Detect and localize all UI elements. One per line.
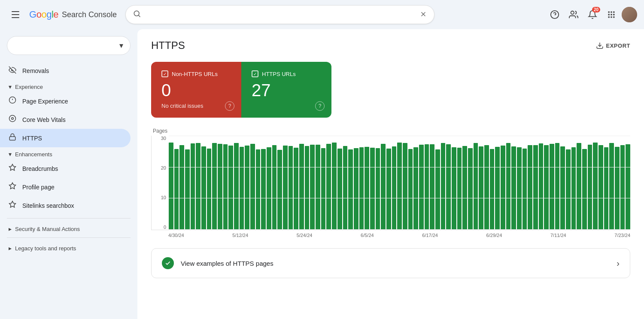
chevron-right-icon: › bbox=[617, 258, 620, 268]
x-label-2: 5/12/24 bbox=[232, 233, 248, 238]
chart-bar bbox=[321, 148, 326, 230]
chart-bar bbox=[272, 145, 277, 230]
chart-bar bbox=[408, 149, 413, 230]
svg-rect-22 bbox=[9, 137, 15, 140]
notifications-button[interactable]: 20 bbox=[584, 6, 601, 23]
chart-bar bbox=[185, 149, 190, 230]
chart-bar bbox=[495, 147, 500, 230]
chart-bar bbox=[392, 146, 397, 230]
chart-bar bbox=[386, 149, 391, 230]
section-label: Security & Manual Actions bbox=[15, 226, 80, 232]
non-https-label: ✓ Non-HTTPS URLs bbox=[161, 70, 231, 77]
section-header-experience[interactable]: ▾ Experience bbox=[0, 80, 137, 92]
chart-bar bbox=[179, 145, 184, 230]
chart-bar bbox=[441, 143, 446, 230]
chart-bar bbox=[343, 146, 348, 230]
non-https-info-icon[interactable]: ? bbox=[225, 101, 234, 111]
chart-bar bbox=[316, 145, 320, 230]
x-label-4: 6/5/24 bbox=[361, 233, 374, 238]
page-header: HTTPS EXPORT bbox=[151, 39, 630, 52]
sidebar-item-removals[interactable]: Removals bbox=[0, 62, 131, 80]
chart-bar bbox=[354, 148, 358, 230]
chart-bar bbox=[365, 147, 369, 230]
page-title: HTTPS bbox=[151, 39, 185, 52]
help-button[interactable] bbox=[546, 6, 563, 23]
user-avatar[interactable] bbox=[622, 7, 637, 22]
notification-badge: 20 bbox=[592, 7, 600, 12]
section-header-enhancements[interactable]: ▾ Enhancements bbox=[0, 147, 137, 159]
chart-bar bbox=[577, 143, 581, 230]
hamburger-icon bbox=[12, 11, 19, 18]
chart-bar bbox=[277, 150, 282, 230]
chart-bar bbox=[555, 143, 560, 230]
search-input[interactable] bbox=[146, 11, 415, 18]
chart-bar bbox=[403, 143, 407, 230]
export-button[interactable]: EXPORT bbox=[596, 42, 630, 49]
section-label: Experience bbox=[15, 84, 43, 90]
chart-bar bbox=[425, 144, 429, 230]
x-label-3: 5/24/24 bbox=[297, 233, 313, 238]
sidebar-item-label: Sitelinks searchbox bbox=[22, 202, 124, 209]
property-selector[interactable]: ▾ bbox=[7, 36, 131, 55]
sidebar-item-core-web-vitals[interactable]: Core Web Vitals bbox=[0, 110, 131, 129]
chart-x-axis: 4/30/24 5/12/24 5/24/24 6/5/24 6/17/24 6… bbox=[151, 233, 630, 238]
sidebar-item-sitelinks-searchbox[interactable]: Sitelinks searchbox bbox=[0, 196, 131, 215]
chart-y-tick-30: 30 bbox=[152, 136, 169, 141]
chart-bar bbox=[550, 144, 554, 230]
x-label-7: 7/11/24 bbox=[550, 233, 566, 238]
https-info-icon[interactable]: ? bbox=[315, 101, 325, 111]
sidebar-item-https[interactable]: HTTPS bbox=[0, 129, 131, 147]
svg-point-20 bbox=[9, 115, 16, 122]
view-examples-card[interactable]: View examples of HTTPS pages › bbox=[151, 248, 630, 278]
chart-bar bbox=[571, 147, 576, 230]
apps-button[interactable] bbox=[603, 6, 620, 23]
svg-rect-15 bbox=[613, 16, 614, 18]
search-icon bbox=[133, 9, 141, 20]
core-web-vitals-icon bbox=[9, 115, 16, 125]
section-header-security[interactable]: ▸ Security & Manual Actions bbox=[0, 222, 137, 234]
chart-bar bbox=[539, 143, 544, 230]
chart-bar bbox=[250, 144, 255, 230]
svg-rect-9 bbox=[613, 12, 614, 13]
chevron-down-icon: ▾ bbox=[119, 41, 123, 50]
svg-point-21 bbox=[12, 118, 14, 120]
sidebar-item-page-experience[interactable]: Page Experience bbox=[0, 92, 131, 110]
svg-line-1 bbox=[139, 15, 140, 17]
svg-marker-24 bbox=[9, 183, 16, 189]
chart-bar bbox=[446, 144, 451, 230]
search-clear-button[interactable] bbox=[419, 10, 427, 19]
chart-bar bbox=[588, 145, 592, 230]
svg-rect-7 bbox=[608, 12, 610, 13]
chart-bar bbox=[528, 145, 532, 230]
chart-bar bbox=[430, 144, 434, 230]
chart-y-axis: 30 20 10 0 bbox=[152, 136, 169, 230]
chart-bar bbox=[196, 143, 200, 230]
sidebar-item-breadcrumbs[interactable]: Breadcrumbs bbox=[0, 159, 131, 178]
https-value: 27 bbox=[252, 81, 321, 100]
sidebar-divider-2 bbox=[7, 237, 131, 238]
sidebar-item-label: Page Experience bbox=[22, 98, 124, 105]
https-icon bbox=[9, 133, 16, 143]
chart-bar bbox=[174, 149, 179, 230]
main-content: HTTPS EXPORT ✓ Non-HTTPS URLs 0 No criti… bbox=[137, 29, 644, 319]
search-bar bbox=[125, 5, 434, 24]
chevron-right-icon: ▸ bbox=[9, 245, 12, 252]
sidebar-item-profile-page[interactable]: Profile page bbox=[0, 178, 131, 196]
chart-bar bbox=[261, 149, 266, 230]
chart-bar bbox=[566, 149, 571, 230]
chart-y-tick-0: 0 bbox=[152, 225, 169, 230]
menu-button[interactable] bbox=[7, 6, 24, 23]
chart-bar bbox=[370, 148, 375, 230]
chart-bar bbox=[223, 144, 228, 230]
svg-rect-14 bbox=[611, 16, 612, 18]
chart-bar bbox=[207, 149, 212, 230]
section-label: Enhancements bbox=[15, 151, 52, 158]
page-experience-icon bbox=[9, 96, 16, 106]
chart-bar bbox=[218, 144, 222, 230]
section-header-legacy[interactable]: ▸ Legacy tools and reports bbox=[0, 241, 137, 253]
svg-marker-25 bbox=[9, 201, 16, 207]
chart-bar bbox=[419, 145, 424, 230]
chart-bar bbox=[191, 143, 195, 230]
chart-bar bbox=[310, 145, 315, 230]
user-management-button[interactable] bbox=[565, 6, 582, 23]
